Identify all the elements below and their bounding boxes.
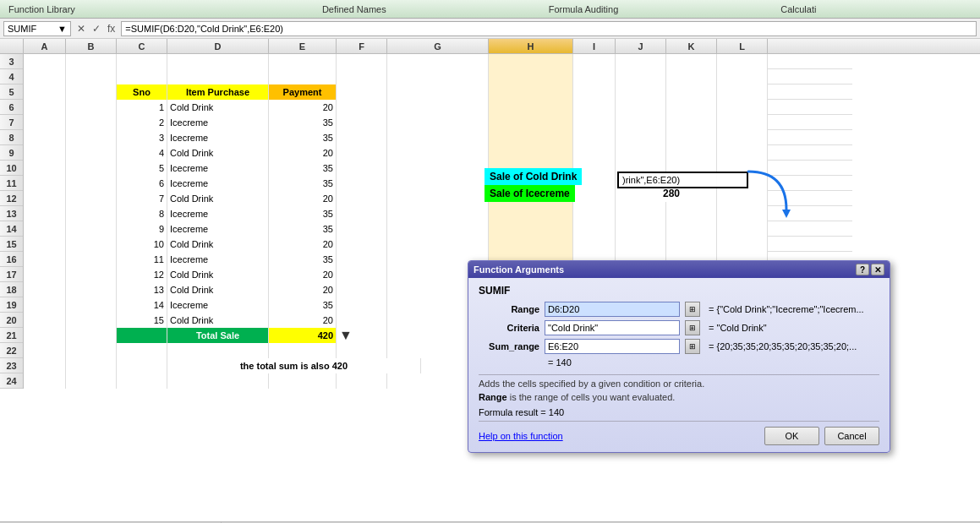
row-header-12[interactable]: 12 xyxy=(0,191,23,206)
dialog-close-btn[interactable]: ✕ xyxy=(871,264,884,275)
cell-K5[interactable] xyxy=(666,84,717,100)
cell-H6[interactable] xyxy=(489,100,573,115)
cell-C21[interactable] xyxy=(117,328,167,343)
cell-B18[interactable] xyxy=(66,282,117,297)
name-box[interactable]: SUMIF ▼ xyxy=(3,21,71,36)
cell-B8[interactable] xyxy=(66,130,117,145)
cell-C4[interactable] xyxy=(117,69,167,84)
row-header-17[interactable]: 17 xyxy=(0,267,23,282)
cell-E7[interactable]: 35 xyxy=(269,115,337,130)
cell-F12[interactable] xyxy=(337,191,387,206)
ribbon-tab-defined-names[interactable]: Defined Names xyxy=(317,3,391,16)
cell-D16[interactable]: Icecreme xyxy=(167,252,269,267)
row-header-19[interactable]: 19 xyxy=(0,297,23,313)
dialog-field-range-input[interactable]: D6:D20 xyxy=(545,302,680,317)
cell-G6[interactable] xyxy=(387,100,489,115)
cell-I14[interactable] xyxy=(573,221,616,237)
cell-I3[interactable] xyxy=(573,54,616,69)
cell-F15[interactable] xyxy=(337,237,387,252)
cell-K13[interactable] xyxy=(666,206,717,221)
cell-B4[interactable] xyxy=(66,69,117,84)
cell-F5[interactable] xyxy=(337,84,387,100)
cell-J6[interactable] xyxy=(616,100,666,115)
cell-F9[interactable] xyxy=(337,145,387,161)
cell-K3[interactable] xyxy=(666,54,717,69)
cell-E21[interactable]: 420 xyxy=(269,328,337,343)
cell-K4[interactable] xyxy=(666,69,717,84)
cell-C11[interactable]: 6 xyxy=(117,176,167,191)
cell-G4[interactable] xyxy=(387,69,489,84)
cell-A9[interactable] xyxy=(24,145,66,161)
cell-B14[interactable] xyxy=(66,221,117,237)
cell-E16[interactable]: 35 xyxy=(269,252,337,267)
cell-B11[interactable] xyxy=(66,176,117,191)
cell-A7[interactable] xyxy=(24,115,66,130)
row-header-9[interactable]: 9 xyxy=(0,145,23,161)
cell-J13[interactable] xyxy=(616,206,666,221)
cell-D3[interactable] xyxy=(167,54,269,69)
cell-C12[interactable]: 7 xyxy=(117,191,167,206)
cell-D18[interactable]: Cold Drink xyxy=(167,282,269,297)
cell-F8[interactable] xyxy=(337,130,387,145)
cell-J3[interactable] xyxy=(616,54,666,69)
cell-A8[interactable] xyxy=(24,130,66,145)
cell-B21[interactable] xyxy=(66,328,117,343)
cell-B15[interactable] xyxy=(66,237,117,252)
cell-L8[interactable] xyxy=(717,130,768,145)
row-header-21[interactable]: 21 xyxy=(0,328,23,343)
cell-F13[interactable] xyxy=(337,206,387,221)
cell-E19[interactable]: 35 xyxy=(269,297,337,313)
cell-K8[interactable] xyxy=(666,130,717,145)
cell-L14[interactable] xyxy=(717,221,768,237)
dialog-cancel-button[interactable]: Cancel xyxy=(824,427,879,445)
cell-A3[interactable] xyxy=(24,54,66,69)
cell-K15[interactable] xyxy=(666,237,717,252)
cell-E9[interactable]: 20 xyxy=(269,145,337,161)
cell-L9[interactable] xyxy=(717,145,768,161)
cell-L5[interactable] xyxy=(717,84,768,100)
row-header-24[interactable]: 24 xyxy=(0,373,23,389)
cell-E3[interactable] xyxy=(269,54,337,69)
cell-D24[interactable] xyxy=(167,373,269,389)
insert-function-icon[interactable]: fx xyxy=(105,22,118,35)
name-box-dropdown-icon[interactable]: ▼ xyxy=(57,24,67,34)
cell-G11[interactable] xyxy=(387,176,489,191)
row-header-13[interactable]: 13 xyxy=(0,206,23,221)
col-header-J[interactable]: J xyxy=(616,39,666,53)
row-header-15[interactable]: 15 xyxy=(0,237,23,252)
cell-J4[interactable] xyxy=(616,69,666,84)
cell-F4[interactable] xyxy=(337,69,387,84)
cell-F17[interactable] xyxy=(337,267,387,282)
cell-B12[interactable] xyxy=(66,191,117,206)
cell-B6[interactable] xyxy=(66,100,117,115)
cell-G7[interactable] xyxy=(387,115,489,130)
cell-B23[interactable] xyxy=(66,358,117,373)
cell-I15[interactable] xyxy=(573,237,616,252)
cell-E15[interactable]: 20 xyxy=(269,237,337,252)
col-header-A[interactable]: A xyxy=(24,39,66,53)
cell-F11[interactable] xyxy=(337,176,387,191)
cell-B22[interactable] xyxy=(66,343,117,358)
dialog-field-range-btn[interactable]: ⊞ xyxy=(685,302,700,317)
cell-G12[interactable] xyxy=(387,191,489,206)
cell-F3[interactable] xyxy=(337,54,387,69)
cell-G9[interactable] xyxy=(387,145,489,161)
cell-B19[interactable] xyxy=(66,297,117,313)
cell-J8[interactable] xyxy=(616,130,666,145)
cell-A15[interactable] xyxy=(24,237,66,252)
cell-C16[interactable]: 11 xyxy=(117,252,167,267)
ribbon-tab-function-library[interactable]: Function Library xyxy=(3,3,80,16)
cell-G13[interactable] xyxy=(387,206,489,221)
row-header-18[interactable]: 18 xyxy=(0,282,23,297)
dialog-ok-button[interactable]: OK xyxy=(764,427,819,445)
cell-F16[interactable] xyxy=(337,252,387,267)
confirm-formula-icon[interactable]: ✓ xyxy=(90,22,103,35)
cell-K6[interactable] xyxy=(666,100,717,115)
cell-A10[interactable] xyxy=(24,161,66,176)
row-header-20[interactable]: 20 xyxy=(0,313,23,328)
cell-D23[interactable]: the total sum is also 420 xyxy=(167,358,421,373)
cell-L6[interactable] xyxy=(717,100,768,115)
cell-C17[interactable]: 12 xyxy=(117,267,167,282)
cell-E22[interactable] xyxy=(269,343,337,358)
row-header-4[interactable]: 4 xyxy=(0,69,23,84)
